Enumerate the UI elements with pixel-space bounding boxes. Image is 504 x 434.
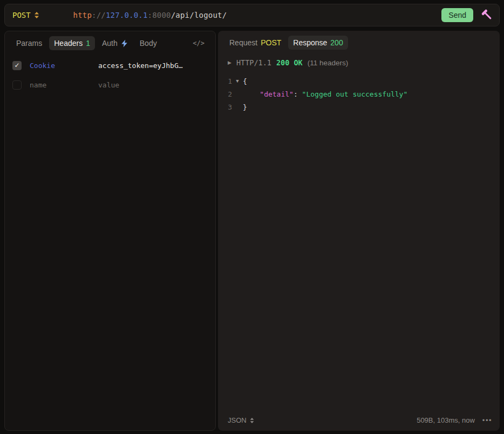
line-number: 1: [218, 77, 232, 85]
header-rows: ✓: [5, 53, 215, 97]
headers-count-label: (11 headers): [308, 59, 349, 67]
url-scheme: http: [73, 11, 92, 19]
response-pane: Request POST Response 200 ▶ HTTP/1.1 200…: [218, 31, 500, 431]
request-method-badge: POST: [261, 38, 281, 47]
tab-body[interactable]: Body: [135, 36, 162, 50]
json-key-token: "detail": [260, 90, 294, 98]
chevron-up-down-icon: [249, 417, 255, 424]
code-view-button[interactable]: </>: [188, 37, 209, 49]
header-value-input[interactable]: [98, 62, 208, 70]
line-number: 3: [218, 103, 232, 111]
tab-request-label: Request: [229, 38, 257, 47]
tab-params-label: Params: [16, 39, 42, 48]
request-pane: Params Headers 1 Auth Body </>: [4, 31, 216, 431]
method-selector[interactable]: POST: [12, 11, 40, 19]
tab-params[interactable]: Params: [11, 36, 47, 50]
code-token: }: [243, 103, 247, 111]
code-line: 3 }: [218, 100, 500, 113]
more-options-button[interactable]: •••: [482, 416, 492, 424]
tab-response[interactable]: Response 200: [288, 36, 348, 50]
url-colon: :: [148, 11, 153, 19]
protocol-label: HTTP/1.1: [236, 58, 271, 67]
collapse-arrow-icon: ▶: [228, 60, 231, 65]
header-row: ✓: [5, 56, 215, 75]
tab-body-label: Body: [140, 39, 157, 48]
header-row-empty: [5, 75, 215, 94]
app-window: POST http://127.0.0.1:8000/api/logout/ S…: [0, 0, 504, 434]
response-tabs: Request POST Response 200: [218, 31, 500, 53]
tab-auth[interactable]: Auth: [97, 36, 133, 50]
tab-headers[interactable]: Headers 1: [49, 36, 95, 50]
response-meta: 509B, 103ms, now: [417, 416, 475, 424]
status-code-label: 200 OK: [276, 58, 303, 67]
fold-open-icon[interactable]: ▼: [232, 78, 243, 84]
code-token: [243, 90, 260, 98]
lightning-bolt-icon: [121, 39, 128, 48]
tab-auth-label: Auth: [102, 39, 118, 48]
response-status-badge: 200: [330, 38, 343, 47]
line-number: 2: [218, 90, 232, 98]
code-line: 2 "detail": "Logged out successfully": [218, 87, 500, 100]
json-string-token: "Logged out successfully": [302, 90, 408, 98]
tab-request[interactable]: Request POST: [224, 36, 286, 50]
chevron-up-down-icon: [33, 11, 40, 19]
url-port: 8000: [152, 11, 171, 19]
tab-response-label: Response: [293, 38, 327, 47]
code-token: :: [294, 90, 302, 98]
response-footer: JSON 509B, 103ms, now •••: [218, 411, 500, 431]
code-line: 1 ▼ {: [218, 74, 500, 87]
check-icon: ✓: [14, 62, 19, 69]
header-name-input[interactable]: [30, 81, 90, 89]
hammer-icon: [481, 9, 493, 22]
response-status-line[interactable]: ▶ HTTP/1.1 200 OK (11 headers): [218, 53, 500, 71]
headers-count-badge: 1: [86, 39, 90, 48]
tab-headers-label: Headers: [54, 39, 83, 48]
url-input[interactable]: http://127.0.0.1:8000/api/logout/: [45, 2, 437, 28]
url-separator: ://: [92, 11, 106, 19]
settings-hammer-button[interactable]: [479, 8, 495, 23]
request-tabs: Params Headers 1 Auth Body </>: [5, 31, 215, 53]
header-enabled-checkbox[interactable]: [12, 80, 22, 90]
format-selector[interactable]: JSON: [228, 416, 255, 424]
send-button[interactable]: Send: [441, 8, 473, 22]
url-bar: POST http://127.0.0.1:8000/api/logout/ S…: [4, 4, 500, 26]
code-token: {: [243, 77, 247, 85]
content-panes: Params Headers 1 Auth Body </>: [4, 31, 500, 431]
url-host: 127.0.0.1: [106, 11, 148, 19]
code-icon: </>: [193, 39, 205, 47]
header-enabled-checkbox[interactable]: ✓: [12, 61, 22, 70]
response-body-editor[interactable]: 1 ▼ { 2 "detail": "Logged out successful…: [218, 71, 500, 411]
method-label: POST: [12, 11, 31, 19]
header-value-input[interactable]: [98, 81, 208, 89]
header-name-input[interactable]: [30, 62, 90, 70]
format-label: JSON: [228, 416, 247, 424]
url-path: /api/logout/: [171, 11, 227, 19]
